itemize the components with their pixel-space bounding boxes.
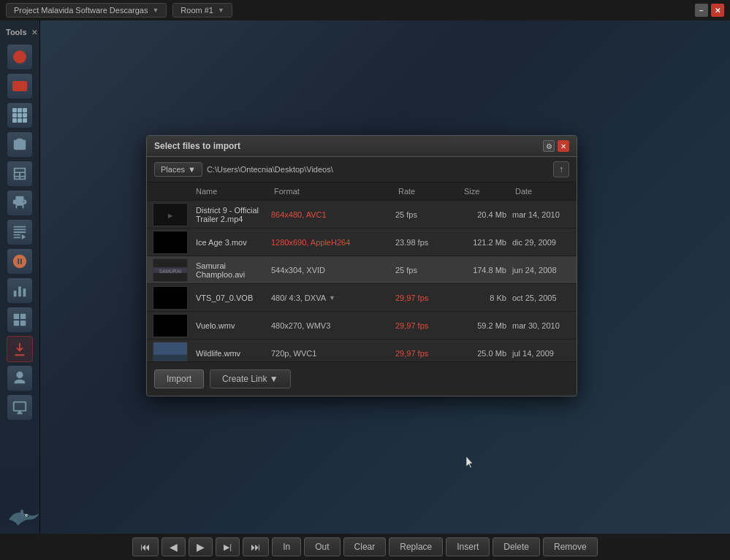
table-tool[interactable] bbox=[7, 161, 33, 187]
user-tool[interactable] bbox=[7, 365, 33, 391]
export-tool[interactable] bbox=[7, 336, 33, 362]
replace-button[interactable]: Replace bbox=[389, 537, 443, 556]
col-thumb bbox=[153, 185, 193, 197]
grid-icon bbox=[12, 108, 27, 123]
dialog-title: Select files to import bbox=[154, 141, 240, 151]
project-tab-arrow: ▼ bbox=[152, 7, 159, 14]
file-list-header: Name Format Rate Size Date bbox=[147, 183, 577, 201]
file-thumbnail bbox=[153, 342, 188, 362]
svg-text:▶: ▶ bbox=[168, 212, 173, 218]
file-name: VTS_07_0.VOB bbox=[193, 294, 271, 302]
first-frame-button[interactable]: ⏮ bbox=[132, 537, 159, 556]
svg-rect-11 bbox=[153, 354, 187, 361]
project-tab[interactable]: Project Malavida Software Descargas ▼ bbox=[6, 3, 167, 18]
grid2-tool[interactable] bbox=[7, 307, 33, 333]
import-dialog: Select files to import ⚙ ✕ Places ▼ C:\U… bbox=[146, 135, 577, 396]
table-row[interactable]: SAMURAI Samurai Champloo.avi 544x304, XV… bbox=[147, 256, 577, 284]
create-link-button[interactable]: Create Link ▼ bbox=[210, 369, 291, 388]
places-label: Places bbox=[161, 165, 185, 174]
file-date: jun 24, 2008 bbox=[512, 266, 571, 275]
file-thumbnail: ▶ bbox=[153, 203, 188, 226]
print-tool[interactable] bbox=[7, 190, 33, 216]
grid2-icon bbox=[12, 312, 28, 328]
room-tab[interactable]: Room #1 ▼ bbox=[172, 3, 232, 18]
svg-rect-4 bbox=[153, 231, 187, 253]
file-rate: 25 fps bbox=[395, 266, 461, 275]
places-arrow: ▼ bbox=[188, 165, 196, 174]
file-name: District 9 - Official Trailer 2.mp4 bbox=[193, 206, 271, 223]
import-button[interactable]: Import bbox=[154, 369, 204, 388]
user-icon bbox=[12, 370, 28, 386]
col-rate: Rate bbox=[395, 185, 461, 197]
next-button[interactable]: ▶| bbox=[216, 537, 240, 556]
video-edit-icon bbox=[12, 224, 28, 240]
places-button[interactable]: Places ▼ bbox=[154, 162, 202, 177]
current-path: C:\Users\Ontecnia\Desktop\Videos\ bbox=[207, 165, 549, 174]
chart-icon bbox=[12, 283, 28, 299]
cursor bbox=[466, 456, 475, 469]
file-rate: 29,97 fps bbox=[395, 321, 461, 330]
capture-tool[interactable] bbox=[7, 73, 33, 99]
file-date: mar 14, 2010 bbox=[512, 210, 571, 219]
camera-tool[interactable] bbox=[7, 131, 33, 158]
monitor-tool[interactable] bbox=[7, 394, 33, 421]
file-size: 121.2 Mb bbox=[461, 238, 512, 247]
shark-icon bbox=[6, 502, 42, 531]
file-size: 174.8 Mb bbox=[461, 266, 512, 275]
record-icon bbox=[13, 50, 26, 64]
clear-button[interactable]: Clear bbox=[343, 537, 387, 556]
title-bar: Project Malavida Software Descargas ▼ Ro… bbox=[0, 0, 730, 20]
table-row[interactable]: ▶ District 9 - Official Trailer 2.mp4 86… bbox=[147, 201, 577, 229]
chart-tool[interactable] bbox=[7, 277, 33, 304]
file-name: Ice Age 3.mov bbox=[193, 238, 271, 247]
window-controls: − ✕ bbox=[695, 4, 724, 17]
file-size: 59.2 Mb bbox=[461, 321, 512, 330]
format-dropdown-arrow[interactable]: ▼ bbox=[329, 294, 335, 302]
dialog-controls: ⚙ ✕ bbox=[543, 140, 569, 152]
left-toolbar: Tools ✕ bbox=[0, 20, 40, 560]
file-name: Vuelo.wmv bbox=[193, 321, 271, 330]
table-row[interactable]: Ice Age 3.mov 1280x690, AppleH264 23.98 … bbox=[147, 229, 577, 256]
title-bar-left: Project Malavida Software Descargas ▼ Ro… bbox=[6, 3, 232, 18]
file-list-scroll[interactable]: ▶ District 9 - Official Trailer 2.mp4 86… bbox=[147, 201, 577, 361]
svg-rect-12 bbox=[153, 342, 187, 354]
file-format: 544x304, XVID bbox=[271, 266, 395, 275]
table-row[interactable]: Wildlife.wmv 720p, WVC1 29,97 fps 25.0 M… bbox=[147, 340, 577, 361]
file-thumbnail bbox=[153, 286, 188, 310]
record-tool[interactable] bbox=[7, 44, 33, 70]
tools-close-button[interactable]: ✕ bbox=[31, 28, 37, 37]
insert-button[interactable]: Insert bbox=[446, 537, 490, 556]
file-format: 864x480, AVC1 bbox=[271, 210, 395, 219]
file-format: 1280x690, AppleH264 bbox=[271, 238, 395, 247]
video-edit-tool[interactable] bbox=[7, 219, 33, 245]
table-row[interactable]: Vuelo.wmv 480x270, WMV3 29,97 fps 59.2 M… bbox=[147, 312, 577, 340]
file-thumbnail: SAMURAI bbox=[153, 258, 188, 282]
file-date: mar 30, 2010 bbox=[512, 321, 571, 330]
path-up-button[interactable]: ↑ bbox=[553, 161, 569, 177]
table-row[interactable]: VTS_07_0.VOB 480/ 4:3, DXVA ▼ 29,97 fps … bbox=[147, 284, 577, 312]
file-list-container: Name Format Rate Size Date ▶ District 9 … bbox=[147, 183, 577, 361]
camera-icon bbox=[12, 137, 28, 153]
file-name: Samurai Champloo.avi bbox=[193, 261, 271, 279]
path-bar: Places ▼ C:\Users\Ontecnia\Desktop\Video… bbox=[147, 157, 577, 183]
dialog-close-button[interactable]: ✕ bbox=[558, 140, 569, 152]
dialog-settings-button[interactable]: ⚙ bbox=[543, 140, 555, 152]
close-button[interactable]: ✕ bbox=[711, 4, 724, 17]
play-button[interactable]: ▶ bbox=[189, 537, 213, 556]
file-rate: 29,97 fps bbox=[395, 349, 461, 358]
minimize-button[interactable]: − bbox=[695, 4, 708, 17]
out-button[interactable]: Out bbox=[304, 537, 340, 556]
room-tab-arrow: ▼ bbox=[218, 7, 224, 14]
file-thumbnail bbox=[153, 314, 188, 337]
effects-tool[interactable] bbox=[7, 248, 33, 275]
file-rate: 23.98 fps bbox=[395, 238, 461, 247]
col-name: Name bbox=[193, 185, 271, 197]
remove-button[interactable]: Remove bbox=[543, 537, 598, 556]
prev-button[interactable]: ◀ bbox=[161, 537, 186, 556]
svg-point-1 bbox=[26, 515, 28, 516]
last-frame-button[interactable]: ⏭ bbox=[243, 537, 269, 556]
grid-tool[interactable] bbox=[7, 102, 33, 129]
monitor-icon bbox=[12, 399, 28, 415]
delete-button[interactable]: Delete bbox=[493, 537, 540, 556]
in-button[interactable]: In bbox=[272, 537, 301, 556]
